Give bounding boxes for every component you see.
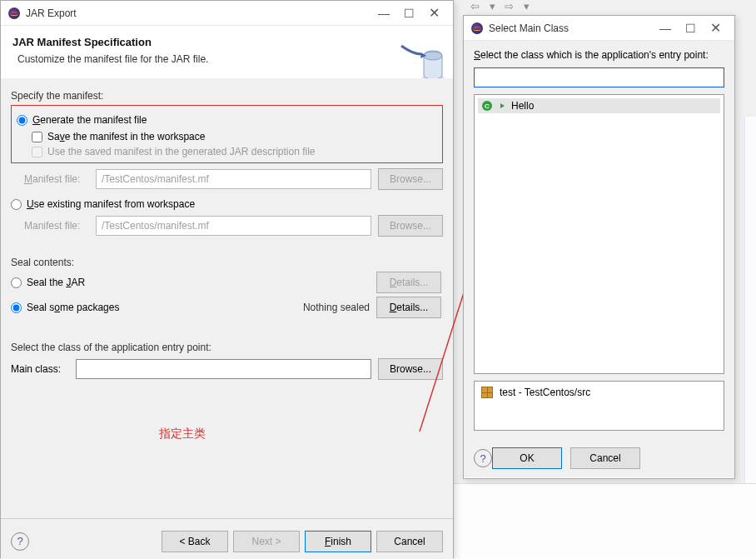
reuse-manifest-label: Use the saved manifest in the generated …	[47, 146, 316, 157]
close-button[interactable]: ✕	[421, 2, 446, 24]
seal-some-radio[interactable]	[11, 302, 22, 313]
eclipse-icon	[470, 22, 484, 35]
select-help-icon[interactable]: ?	[474, 449, 492, 467]
seal-contents-label: Seal contents:	[11, 257, 443, 268]
annotation-text: 指定主类	[159, 427, 206, 442]
help-icon[interactable]: ?	[11, 532, 29, 551]
runnable-icon	[496, 100, 508, 112]
select-body: Select the class which is the applicatio…	[464, 41, 734, 439]
generate-manifest-label: Generate the manifest file	[32, 114, 147, 126]
select-maximize-button[interactable]: ☐	[678, 17, 703, 39]
finish-button[interactable]: Finish	[305, 531, 371, 552]
browse-button-main[interactable]: Browse...	[378, 358, 443, 380]
details-button-1: Details...	[376, 272, 441, 293]
use-existing-label: Use existing manifest from workspace	[27, 198, 195, 210]
background-panel	[454, 483, 756, 559]
seal-jar-label: Seal the JAR	[27, 277, 85, 288]
next-button: Next >	[233, 531, 300, 552]
seal-some-row: Seal some packages Nothing sealed Detail…	[11, 297, 443, 318]
background-toolbar: ⇦ ▾ ⇨ ▾	[454, 0, 756, 15]
seal-jar-radio[interactable]	[11, 277, 22, 288]
ok-button[interactable]: OK	[492, 447, 562, 469]
window-title: JAR Export	[26, 7, 371, 19]
class-list[interactable]: C Hello	[474, 94, 724, 374]
manifest-file-input-1	[96, 169, 371, 189]
class-icon: C	[481, 100, 493, 112]
class-list-item[interactable]: C Hello	[478, 98, 720, 113]
use-existing-radio[interactable]	[11, 199, 22, 210]
generate-manifest-radio[interactable]	[17, 115, 27, 126]
main-class-input[interactable]	[76, 359, 371, 379]
use-existing-radio-row[interactable]: Use existing manifest from workspace	[11, 198, 443, 210]
maximize-button[interactable]: ☐	[396, 2, 421, 24]
package-label: test - TestCentos/src	[500, 387, 590, 398]
seal-jar-row: Seal the JAR Details...	[11, 272, 443, 293]
browse-button-2: Browse...	[378, 215, 443, 237]
manifest-file-row-1: Manifest file: Browse...	[24, 168, 443, 190]
titlebar: JAR Export — ☐ ✕	[1, 1, 453, 26]
generate-group: Generate the manifest file Save the mani…	[11, 105, 443, 163]
select-cancel-button[interactable]: Cancel	[570, 447, 640, 469]
cancel-button[interactable]: Cancel	[376, 531, 443, 552]
package-row: test - TestCentos/src	[478, 385, 720, 400]
browse-button-1: Browse...	[378, 168, 443, 190]
save-manifest-row[interactable]: Save the manifest in the workspace	[32, 131, 437, 142]
reuse-manifest-checkbox	[32, 147, 42, 157]
body-area: Specify the manifest: Generate the manif…	[1, 78, 453, 518]
jar-export-dialog: JAR Export — ☐ ✕ JAR Manifest Specificat…	[0, 0, 454, 558]
specify-manifest-label: Specify the manifest:	[11, 90, 443, 102]
page-title: JAR Manifest Specification	[12, 36, 441, 48]
package-location-box: test - TestCentos/src	[474, 381, 724, 431]
manifest-file-label-1: Manifest file:	[24, 173, 89, 185]
select-prompt: Select the class which is the applicatio…	[474, 49, 724, 61]
manifest-file-input-2	[96, 216, 371, 236]
minimize-button[interactable]: —	[371, 2, 396, 24]
svg-point-1	[424, 52, 442, 60]
select-titlebar: Select Main Class — ☐ ✕	[464, 16, 734, 41]
nothing-sealed-text: Nothing sealed	[303, 302, 370, 313]
bottom-bar: ? < Back Next > Finish Cancel	[1, 518, 453, 559]
generate-manifest-radio-row[interactable]: Generate the manifest file	[17, 114, 437, 126]
page-subtitle: Customize the manifest file for the JAR …	[12, 53, 441, 65]
class-name: Hello	[511, 100, 534, 112]
package-icon	[481, 387, 493, 398]
class-search-input[interactable]	[474, 67, 724, 87]
save-manifest-checkbox[interactable]	[32, 132, 42, 142]
header-area: JAR Manifest Specification Customize the…	[1, 26, 453, 78]
main-class-row: Main class: Browse...	[11, 358, 443, 380]
back-button[interactable]: < Back	[162, 531, 228, 552]
entry-point-prompt: Select the class of the application entr…	[11, 342, 443, 353]
reuse-manifest-row: Use the saved manifest in the generated …	[32, 146, 437, 157]
save-manifest-label: Save the manifest in the workspace	[47, 131, 205, 142]
select-minimize-button[interactable]: —	[653, 17, 678, 39]
background-strip	[744, 117, 756, 483]
select-window-title: Select Main Class	[489, 22, 653, 34]
select-main-class-dialog: Select Main Class — ☐ ✕ Select the class…	[463, 15, 735, 479]
eclipse-icon	[7, 7, 21, 20]
manifest-file-label-2: Manifest file:	[24, 220, 89, 232]
select-bottom-bar: ? OK Cancel	[464, 439, 734, 477]
manifest-file-row-2: Manifest file: Browse...	[24, 215, 443, 237]
details-button-2[interactable]: Details...	[376, 297, 441, 318]
main-class-label: Main class:	[11, 363, 69, 375]
select-close-button[interactable]: ✕	[703, 17, 728, 39]
seal-some-label: Seal some packages	[27, 302, 119, 313]
